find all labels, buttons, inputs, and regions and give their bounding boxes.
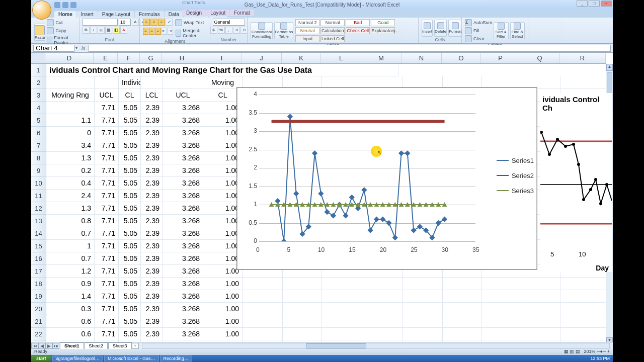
cell[interactable]: 7.71 — [95, 102, 119, 114]
title-cell[interactable]: ividuals Control Chart and Moving Range … — [46, 64, 398, 76]
cell[interactable]: 0.7 — [46, 227, 95, 240]
cell[interactable]: 2.39 — [141, 190, 163, 202]
cell-style-option[interactable]: Explanatory... — [371, 27, 395, 34]
cell[interactable]: LCL — [141, 89, 163, 102]
cell[interactable] — [322, 278, 362, 290]
cell[interactable] — [362, 303, 403, 315]
cell[interactable]: 1.4 — [46, 290, 95, 303]
col-header-I[interactable]: I — [202, 53, 242, 63]
cell[interactable] — [46, 76, 95, 89]
cell[interactable] — [243, 315, 283, 328]
cell[interactable] — [243, 290, 283, 303]
cell[interactable]: 2.39 — [141, 278, 163, 290]
save-icon[interactable] — [54, 2, 60, 8]
row-header-17[interactable]: 17 — [31, 265, 46, 278]
row-header-5[interactable]: 5 — [31, 114, 46, 127]
cell[interactable]: 7.71 — [95, 328, 119, 340]
cell[interactable]: 7.71 — [95, 252, 119, 265]
cell[interactable]: 5.05 — [119, 290, 141, 303]
cell[interactable]: 1.00 — [203, 328, 243, 340]
bold-button[interactable]: B — [83, 27, 90, 34]
cell[interactable] — [560, 328, 607, 340]
cell-style-option[interactable]: Input — [295, 35, 319, 42]
cell[interactable]: 5.05 — [119, 190, 141, 202]
cell[interactable]: 5.05 — [119, 139, 141, 152]
comma-button[interactable]: , — [225, 27, 232, 34]
cell[interactable]: 0.4 — [46, 177, 95, 190]
embedded-chart[interactable]: Series1Series2Series3 ↖ 00.511.522.533.5… — [236, 87, 537, 270]
cell[interactable]: 2.39 — [141, 202, 163, 215]
row-header-15[interactable]: 15 — [31, 240, 46, 252]
cell[interactable]: 1.00 — [203, 278, 243, 290]
align-center-button[interactable]: ≡ — [149, 28, 154, 35]
cell[interactable]: 7.71 — [95, 202, 119, 215]
tab-home[interactable]: Home — [54, 11, 76, 18]
cell[interactable] — [443, 290, 482, 303]
secondary-chart-partial[interactable]: ividuals Control Ch 5 10 Day — [540, 93, 612, 272]
cell[interactable]: 1.00 — [203, 303, 243, 315]
chart-legend[interactable]: Series1Series2Series3 — [497, 153, 534, 198]
chart-tab-design[interactable]: Design — [182, 10, 206, 16]
cell-style-option[interactable]: Neutral — [295, 27, 319, 34]
row-headers[interactable]: 1234567891011121314151617181920212223 — [31, 64, 46, 344]
col-header-P[interactable]: P — [481, 53, 520, 63]
align-top-button[interactable]: ≡ — [143, 19, 150, 26]
legend-item[interactable]: Series2 — [497, 168, 534, 183]
dropdown-icon[interactable]: ▼ — [74, 46, 78, 50]
row-header-11[interactable]: 11 — [31, 190, 46, 202]
row-header-7[interactable]: 7 — [31, 139, 46, 152]
col-header-N[interactable]: N — [401, 53, 442, 63]
cell[interactable]: 3.268 — [163, 190, 203, 202]
paste-button[interactable]: Paste — [34, 24, 45, 41]
tab-insert[interactable]: Insert — [77, 11, 98, 18]
cell[interactable]: 3.268 — [163, 139, 203, 152]
cell[interactable] — [443, 278, 482, 290]
quick-access-toolbar[interactable] — [54, 2, 76, 8]
underline-button[interactable]: U — [98, 27, 105, 34]
undo-icon[interactable] — [62, 2, 68, 8]
cell[interactable]: 3.4 — [46, 139, 95, 152]
cell[interactable] — [482, 278, 521, 290]
row-header-10[interactable]: 10 — [31, 177, 46, 190]
cell[interactable]: 3.268 — [163, 278, 203, 290]
cell[interactable]: 2.39 — [141, 265, 163, 278]
cell[interactable]: 3.268 — [163, 215, 203, 227]
cell[interactable]: 3.268 — [163, 114, 203, 127]
row-header-4[interactable]: 4 — [31, 102, 46, 114]
cell[interactable]: 0.7 — [46, 252, 95, 265]
cell[interactable]: 7.71 — [95, 139, 119, 152]
cell[interactable]: UCL — [95, 89, 119, 102]
minimize-button[interactable]: _ — [577, 1, 588, 7]
cell[interactable]: 3.268 — [163, 127, 203, 139]
cell[interactable]: 0.9 — [46, 278, 95, 290]
col-header-E[interactable]: E — [94, 53, 118, 63]
name-box[interactable] — [33, 45, 74, 52]
conditional-formatting-button[interactable]: Conditional Formatting — [251, 22, 273, 39]
cell[interactable] — [560, 278, 607, 290]
cell[interactable]: 3.268 — [163, 202, 203, 215]
cell[interactable] — [362, 278, 403, 290]
cell[interactable]: 0.3 — [46, 303, 95, 315]
cell[interactable]: 2.39 — [141, 328, 163, 340]
cell-style-option[interactable]: Calculation — [320, 27, 345, 34]
tab-formulas[interactable]: Formulas — [135, 11, 164, 18]
office-orb-button[interactable] — [32, 1, 51, 20]
col-header-R[interactable]: R — [559, 53, 606, 63]
chart-tab-format[interactable]: Format — [230, 10, 254, 16]
grow-font-icon[interactable]: A — [132, 19, 139, 26]
cell[interactable]: 5.05 — [119, 177, 141, 190]
cell[interactable] — [362, 315, 403, 328]
cell[interactable] — [403, 315, 443, 328]
cell[interactable] — [560, 303, 607, 315]
cell[interactable] — [322, 328, 362, 340]
merge-center-button[interactable]: Merge & Center — [176, 28, 207, 39]
number-format-select[interactable] — [213, 19, 245, 26]
cell[interactable]: 2.39 — [141, 177, 163, 190]
sheet-nav-last[interactable]: ⏭ — [52, 343, 59, 349]
cell[interactable]: 3.268 — [163, 227, 203, 240]
cell[interactable] — [560, 76, 607, 89]
decrease-decimal-button[interactable]: .0 — [240, 27, 248, 34]
cell[interactable]: 3.268 — [163, 328, 203, 340]
formula-input[interactable] — [89, 45, 611, 52]
cell[interactable]: 2.39 — [141, 215, 163, 227]
